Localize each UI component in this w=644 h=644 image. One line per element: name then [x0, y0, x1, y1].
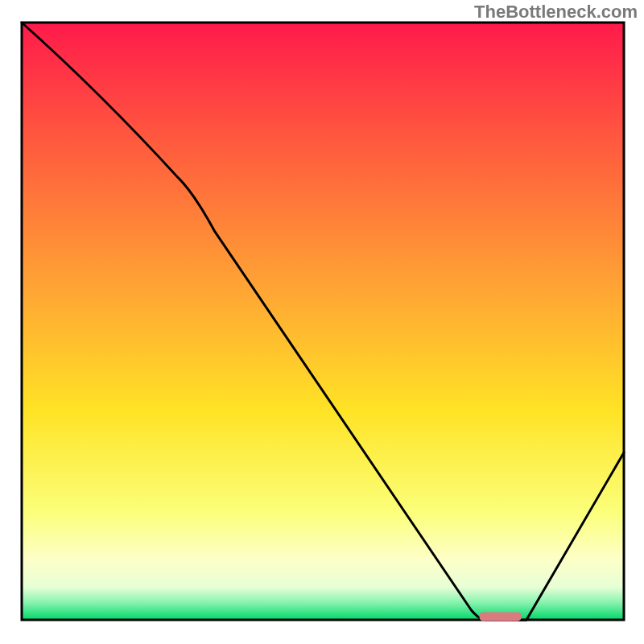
plot-background	[22, 23, 624, 620]
chart-container: TheBottleneck.com	[0, 0, 644, 644]
optimum-marker	[479, 613, 521, 621]
watermark-text: TheBottleneck.com	[474, 2, 638, 23]
bottleneck-chart	[0, 0, 644, 644]
